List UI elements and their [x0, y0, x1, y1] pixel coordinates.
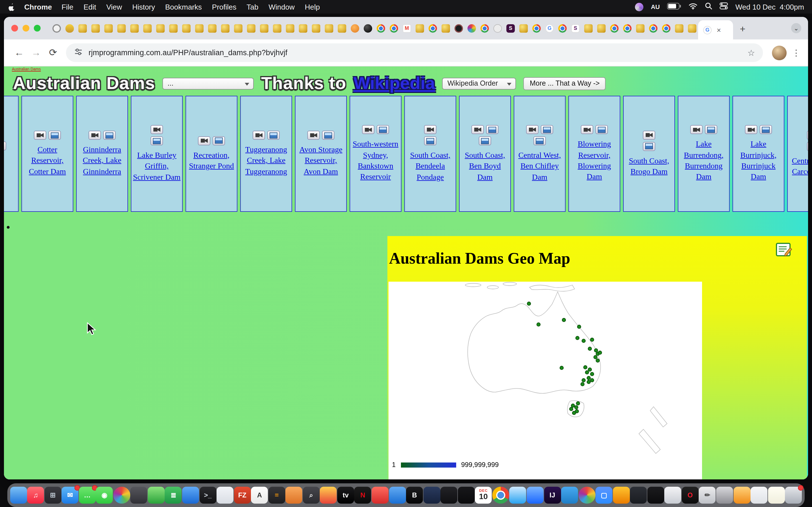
- order-select[interactable]: Wikipedia Order: [442, 77, 516, 89]
- dock-calculator-icon[interactable]: =: [268, 487, 285, 504]
- dock-mail-icon[interactable]: ✉: [61, 487, 79, 504]
- video-thumbnail-icon[interactable]: [581, 125, 593, 134]
- tab-favicon-gg[interactable]: G: [545, 24, 554, 33]
- tab-favicon-dm[interactable]: [442, 24, 450, 33]
- tab-favicon-ch[interactable]: [428, 24, 437, 33]
- dock-redmedia-icon[interactable]: [371, 487, 389, 504]
- tab-favicon-dm[interactable]: [597, 24, 606, 33]
- video-thumbnail-icon[interactable]: [690, 125, 703, 134]
- minimize-window-button[interactable]: [22, 25, 29, 32]
- dock-colorwheel-icon[interactable]: [578, 487, 595, 504]
- site-settings-icon[interactable]: [74, 47, 83, 58]
- tab-favicon-dm[interactable]: [208, 24, 216, 33]
- tab-favicon-dm[interactable]: [79, 24, 87, 33]
- tab-favicon-ch[interactable]: [623, 24, 631, 33]
- dock-facetime-icon[interactable]: ◉: [96, 487, 113, 504]
- video-thumbnail-icon[interactable]: [362, 125, 374, 134]
- close-tab-icon[interactable]: ×: [717, 25, 721, 34]
- dam-link[interactable]: South Coast, Brogo Dam: [625, 155, 673, 177]
- dams-select[interactable]: ...: [162, 77, 254, 89]
- tab-favicon-dm[interactable]: [299, 24, 307, 33]
- wikipedia-link[interactable]: Wikipedia: [354, 73, 435, 94]
- video-thumbnail-icon[interactable]: [89, 131, 101, 140]
- dock-preview-icon[interactable]: [665, 487, 681, 504]
- dock-sketch-icon[interactable]: [613, 487, 629, 504]
- search-icon[interactable]: [705, 2, 712, 11]
- photo-thumbnail-icon[interactable]: [267, 131, 280, 140]
- battery-icon[interactable]: [667, 3, 681, 11]
- video-thumbnail-icon[interactable]: [471, 125, 484, 134]
- tab-favicon-sh[interactable]: [65, 24, 74, 33]
- tab-favicon-dm[interactable]: [273, 24, 282, 33]
- tab-favicon-dm[interactable]: [286, 24, 294, 33]
- tab-favicon-dm[interactable]: [519, 24, 528, 33]
- dock-calendar-icon[interactable]: DEC10: [475, 487, 492, 504]
- dock-amber-icon[interactable]: [733, 487, 750, 504]
- menu-window[interactable]: Window: [269, 3, 295, 11]
- tab-favicon-dm[interactable]: [247, 24, 255, 33]
- dock-opera-icon[interactable]: O: [682, 487, 699, 504]
- dock-filezilla-icon[interactable]: FZ: [234, 487, 251, 504]
- geo-map[interactable]: 1 999,999,999: [389, 282, 702, 480]
- tab-favicon-dm[interactable]: [312, 24, 320, 33]
- photo-thumbnail-icon[interactable]: [322, 131, 335, 140]
- tab-favicon-ch[interactable]: [390, 24, 398, 33]
- photo-thumbnail-icon[interactable]: [705, 125, 717, 134]
- dock-notes-icon[interactable]: [768, 487, 784, 504]
- menu-file[interactable]: File: [61, 3, 73, 11]
- dock-pages-blue-icon[interactable]: [182, 487, 199, 504]
- dock-appletv-icon[interactable]: tv: [337, 487, 354, 504]
- dock-blackcam-icon[interactable]: [647, 487, 664, 504]
- active-app-name[interactable]: Chrome: [24, 3, 52, 11]
- dam-link[interactable]: South Coast, Ben Boyd Dam: [461, 150, 509, 182]
- tab-favicon-dm[interactable]: [416, 24, 424, 33]
- photo-thumbnail-icon[interactable]: [534, 136, 546, 145]
- dam-link[interactable]: Lake Burrendong, Burrendong Dam: [679, 139, 728, 182]
- dock-pen-icon[interactable]: ✏: [699, 487, 716, 504]
- dam-link[interactable]: Central West, Carcoar Dam: [789, 155, 808, 177]
- tab-favicon-dm[interactable]: [130, 24, 139, 33]
- photo-thumbnail-icon[interactable]: [479, 136, 491, 145]
- photo-thumbnail-icon[interactable]: [424, 136, 437, 145]
- tab-favicon-dm[interactable]: [338, 24, 346, 33]
- tab-favicon-dm[interactable]: [688, 24, 696, 33]
- menu-profiles[interactable]: Profiles: [212, 3, 237, 11]
- dock-darkmulti-icon[interactable]: [630, 487, 647, 504]
- video-thumbnail-icon[interactable]: [198, 136, 210, 145]
- video-thumbnail-icon[interactable]: [34, 131, 46, 140]
- address-bar[interactable]: rjmprogramming.com.au/PHP/australian_dam…: [66, 43, 763, 62]
- video-thumbnail-icon[interactable]: [526, 125, 539, 134]
- dock-music-icon[interactable]: ♫: [27, 487, 44, 504]
- tab-favicon-og[interactable]: [351, 24, 359, 33]
- menu-edit[interactable]: Edit: [84, 3, 96, 11]
- dock-netflix-icon[interactable]: N: [354, 487, 371, 504]
- dock-numbers-icon[interactable]: [148, 487, 165, 504]
- photo-thumbnail-icon[interactable]: [541, 125, 553, 134]
- wifi-icon[interactable]: [689, 3, 698, 11]
- dock-launchpad-icon[interactable]: ⊞: [44, 487, 61, 504]
- dock-messages-icon[interactable]: …: [79, 487, 96, 504]
- video-thumbnail-icon[interactable]: [807, 130, 808, 139]
- tab-favicon-dm[interactable]: [675, 24, 683, 33]
- dock-intellij-icon[interactable]: IJ: [544, 487, 561, 504]
- dock-zoom-icon[interactable]: ▢: [596, 487, 612, 504]
- dock-firefox-icon[interactable]: [320, 487, 337, 504]
- tab-favicon-pl[interactable]: [467, 24, 476, 33]
- tab-favicon-dm[interactable]: [182, 24, 191, 33]
- tab-favicon-dm[interactable]: [143, 24, 152, 33]
- dock-chrome-icon[interactable]: [492, 487, 509, 504]
- dock-safari-icon[interactable]: [509, 487, 526, 504]
- dock-docker-icon[interactable]: [561, 487, 578, 504]
- menu-help[interactable]: Help: [305, 3, 320, 11]
- more-button[interactable]: More ... That a Way ->: [523, 77, 606, 90]
- back-button[interactable]: ←: [11, 47, 28, 58]
- photo-thumbnail-icon[interactable]: [103, 131, 116, 140]
- reload-button[interactable]: ⟳: [45, 47, 61, 59]
- dock-sheets-icon[interactable]: ≣: [165, 487, 182, 504]
- photo-thumbnail-icon[interactable]: [49, 131, 61, 140]
- dock-finder-icon[interactable]: [10, 487, 27, 504]
- tab-favicon-dm[interactable]: [104, 24, 113, 33]
- video-thumbnail-icon[interactable]: [424, 125, 437, 134]
- dock-files2-icon[interactable]: [751, 487, 767, 504]
- tab-search-button[interactable]: ⌄: [791, 23, 801, 33]
